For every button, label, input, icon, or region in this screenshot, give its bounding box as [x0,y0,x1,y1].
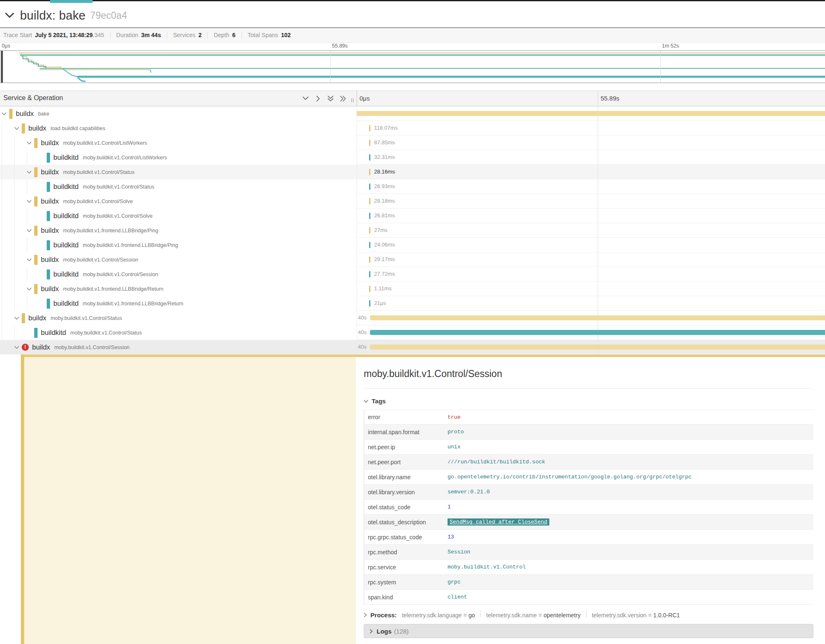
span-bar-tick[interactable] [369,300,370,307]
row-chevron-down-icon[interactable] [27,165,34,179]
span-name-cell[interactable]: buildkitdmoby.buildkit.v1.frontend.LLBBr… [0,296,357,311]
logs-accordion-header[interactable]: Logs (128) [364,624,813,638]
tag-value-blue: 1 [448,504,451,510]
span-bar-tick[interactable] [369,154,370,161]
span-name-cell[interactable]: !buildxmoby.buildkit.v1.Control/Session [0,340,357,355]
collapse-trace-chevron-icon[interactable] [5,13,14,18]
span-row[interactable]: buildkitdmoby.buildkit.v1.Control/Solve2… [0,209,825,223]
span-bar-tick[interactable] [369,169,370,175]
span-name-cell[interactable]: buildxload buildkit capabilities [0,121,357,136]
expand-one-icon[interactable] [314,95,322,102]
span-timeline-cell[interactable]: 26.81ms [357,209,825,223]
span-bar-tick[interactable] [369,227,370,234]
span-row[interactable]: buildxmoby.buildkit.v1.frontend.LLBBridg… [0,282,825,296]
span-row[interactable]: buildxmoby.buildkit.v1.Control/Status28.… [0,165,825,179]
span-timeline-cell[interactable]: 27.72ms [357,267,825,282]
row-chevron-down-icon[interactable] [14,311,22,325]
span-bar[interactable] [370,345,825,350]
span-timeline-cell[interactable]: 26.93ms [357,179,825,194]
span-bar-tick[interactable] [369,213,370,219]
span-bar[interactable] [370,330,825,335]
span-name-cell[interactable]: buildxmoby.buildkit.v1.Control/ListWorke… [0,136,357,150]
service-name: buildkitd [53,241,79,249]
span-name-cell[interactable]: buildxmoby.buildkit.v1.Control/Session [0,252,357,267]
span-timeline-cell[interactable]: 40s [357,311,825,325]
span-bar-tick[interactable] [369,125,370,131]
operation-name: moby.buildkit.v1.Control/Status [63,169,134,175]
span-timeline-cell[interactable]: 87.85ms [357,136,825,150]
span-name-cell[interactable]: buildxmoby.buildkit.v1.frontend.LLBBridg… [0,282,357,296]
row-chevron-down-icon[interactable] [14,121,22,136]
service-color-strip [34,255,38,265]
span-row[interactable]: buildkitdmoby.buildkit.v1.Control/Status… [0,325,825,340]
row-chevron-down-icon[interactable] [27,282,34,296]
span-name-cell[interactable]: buildxmoby.buildkit.v1.Control/Status [0,165,357,179]
span-timeline-cell[interactable]: 118.07ms [357,121,825,136]
column-divider[interactable] [357,91,357,106]
span-bar-tick[interactable] [369,286,370,292]
span-row[interactable]: !buildxmoby.buildkit.v1.Control/Session4… [0,340,825,355]
span-timeline-cell[interactable]: 21μs [357,296,825,311]
tag-value-blue: 13 [448,534,454,540]
span-name-cell[interactable]: buildxmoby.buildkit.v1.Control/Status [0,311,357,325]
column-resize-grip[interactable] [351,98,354,102]
span-timeline-cell[interactable]: 27ms [357,223,825,238]
process-accordion-header[interactable]: Process: telemetry.sdk.language=goteleme… [364,611,813,619]
span-bar-tick[interactable] [369,242,370,248]
span-timeline-cell[interactable]: 24.06ms [357,238,825,252]
span-row[interactable]: buildkitdmoby.buildkit.v1.Control/Sessio… [0,267,825,282]
span-row[interactable]: buildkitdmoby.buildkit.v1.Control/Status… [0,179,825,194]
span-bar-tick[interactable] [369,140,370,146]
row-chevron-down-icon[interactable] [2,106,9,121]
span-name-cell[interactable]: buildkitdmoby.buildkit.v1.Control/Status [0,179,357,194]
collapse-all-icon[interactable] [327,95,334,102]
span-bar-tick[interactable] [369,184,370,190]
span-timeline-cell[interactable]: 40s [357,340,825,355]
span-bar[interactable] [370,315,825,320]
span-row[interactable]: buildxbake [0,106,825,121]
span-detail-panel: moby.buildkit.v1.Control/Session Tags er… [357,357,825,644]
span-row[interactable]: buildxload buildkit capabilities118.07ms [0,121,825,136]
span-name-cell[interactable]: buildkitdmoby.buildkit.v1.Control/Sessio… [0,267,357,282]
span-name-cell[interactable]: buildxmoby.buildkit.v1.frontend.LLBBridg… [0,223,357,238]
row-chevron-down-icon[interactable] [27,136,34,150]
span-timeline-cell[interactable] [357,106,825,121]
tags-accordion-header[interactable]: Tags [364,397,813,405]
span-bar-tick[interactable] [369,257,370,263]
span-name-cell[interactable]: buildxbake [0,106,357,121]
span-timeline-cell[interactable]: 40s [357,325,825,340]
span-bar[interactable] [357,111,825,116]
span-name-cell[interactable]: buildkitdmoby.buildkit.v1.Control/ListWo… [0,150,357,165]
span-name-cell[interactable]: buildkitdmoby.buildkit.v1.frontend.LLBBr… [0,238,357,252]
span-name-cell[interactable]: buildkitdmoby.buildkit.v1.Control/Solve [0,209,357,223]
collapse-one-icon[interactable] [302,95,309,102]
minimap-viewport-handle[interactable] [1,51,3,83]
span-timeline-cell[interactable]: 1.11ms [357,282,825,296]
span-bar-tick[interactable] [369,198,370,204]
span-row[interactable]: buildkitdmoby.buildkit.v1.frontend.LLBBr… [0,238,825,252]
tag-key: span.kind [364,594,448,601]
span-row[interactable]: buildxmoby.buildkit.v1.Control/Session29… [0,252,825,267]
span-row[interactable]: buildxmoby.buildkit.v1.frontend.LLBBridg… [0,223,825,238]
row-chevron-down-icon[interactable] [27,223,34,238]
trace-minimap[interactable] [0,50,825,83]
span-name-cell[interactable]: buildkitdmoby.buildkit.v1.Control/Status [0,325,357,340]
span-bar-tick[interactable] [369,271,370,277]
span-timeline-cell[interactable]: 28.18ms [357,194,825,209]
span-row[interactable]: buildkitdmoby.buildkit.v1.Control/ListWo… [0,150,825,165]
span-timeline-cell[interactable]: 29.17ms [357,252,825,267]
row-chevron-down-icon[interactable] [27,252,34,267]
expand-all-icon[interactable] [340,95,347,102]
span-name-cell[interactable]: buildxmoby.buildkit.v1.Control/Solve [0,194,357,209]
row-chevron-down-icon[interactable] [14,340,22,355]
span-row[interactable]: buildxmoby.buildkit.v1.Control/Solve28.1… [0,194,825,209]
span-row[interactable]: buildxmoby.buildkit.v1.Control/Status40s [0,311,825,325]
service-name: buildx [28,314,46,322]
span-row[interactable]: buildkitdmoby.buildkit.v1.frontend.LLBBr… [0,296,825,311]
span-timeline-cell[interactable]: 32.31ms [357,150,825,165]
span-timeline-cell[interactable]: 28.16ms [357,165,825,179]
service-color-strip [34,167,38,177]
span-row[interactable]: buildxmoby.buildkit.v1.Control/ListWorke… [0,136,825,150]
operation-name: moby.buildkit.v1.frontend.LLBBridge/Ping [63,228,158,234]
row-chevron-down-icon[interactable] [27,194,34,209]
